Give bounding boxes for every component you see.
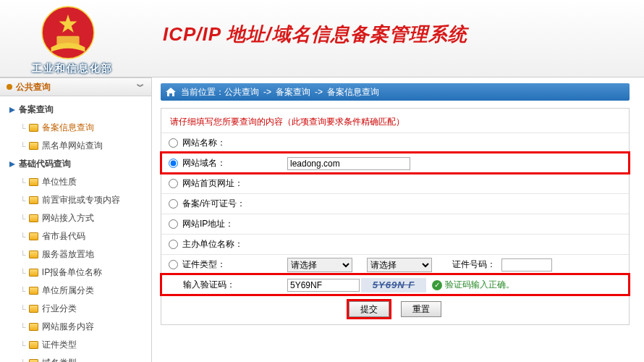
radio-cert-type[interactable]: 证件类型： bbox=[164, 258, 287, 271]
sidebar-item-server-location[interactable]: └服务器放置地 bbox=[0, 245, 151, 264]
sidebar-item-region-code[interactable]: └省市县代码 bbox=[0, 227, 151, 245]
query-panel: 请仔细填写您所要查询的内容（此项查询要求条件精确匹配） 网站名称： 网站域名： … bbox=[161, 108, 630, 325]
svg-point-3 bbox=[7, 84, 12, 90]
folder-icon bbox=[29, 142, 38, 150]
folder-icon bbox=[29, 232, 38, 240]
folder-icon bbox=[29, 251, 38, 258]
arrow-icon bbox=[9, 106, 16, 114]
cert-no-input[interactable] bbox=[501, 258, 552, 272]
cert-type-select-2[interactable]: 请选择 bbox=[367, 258, 432, 272]
bc-part-1[interactable]: 备案查询 bbox=[276, 86, 310, 98]
system-title: ICP/IP 地址/域名信息备案管理系统 bbox=[163, 22, 467, 47]
radio-site-home[interactable]: 网站首页网址： bbox=[164, 177, 287, 190]
captcha-ok-text: 验证码输入正确。 bbox=[445, 279, 514, 291]
radio-site-ip[interactable]: 网站IP地址： bbox=[164, 218, 287, 230]
sidebar-item-unit-nature[interactable]: └单位性质 bbox=[0, 173, 151, 191]
check-icon: ✓ bbox=[432, 280, 442, 290]
bullet-icon bbox=[6, 83, 13, 90]
radio-site-name[interactable]: 网站名称： bbox=[164, 137, 287, 149]
folder-icon bbox=[29, 323, 38, 331]
sidebar-item-blacklist[interactable]: └黑名单网站查询 bbox=[0, 137, 151, 155]
bc-part-0[interactable]: 公共查询 bbox=[224, 86, 259, 98]
captcha-image[interactable]: 5Y69N F bbox=[361, 278, 426, 292]
folder-icon bbox=[29, 341, 38, 349]
reset-button[interactable]: 重置 bbox=[401, 301, 441, 317]
home-icon bbox=[165, 87, 177, 97]
radio-site-domain[interactable]: 网站域名： bbox=[164, 157, 287, 169]
radio-record-no[interactable]: 备案/许可证号： bbox=[164, 198, 287, 210]
chevron-down-icon: ︾ bbox=[137, 82, 144, 92]
bc-part-2[interactable]: 备案信息查询 bbox=[327, 86, 379, 98]
sidebar-item-ip-report-unit[interactable]: └IP报备单位名称 bbox=[0, 264, 151, 282]
sidebar-item-cert-type[interactable]: └证件类型 bbox=[0, 336, 151, 354]
sidebar-group-records[interactable]: 备案查询 bbox=[0, 101, 151, 119]
breadcrumb: 当前位置： 公共查询 -> 备案查询 -> 备案信息查询 bbox=[161, 83, 630, 101]
sidebar-item-preapproval[interactable]: └前置审批或专项内容 bbox=[0, 191, 151, 209]
captcha-input[interactable] bbox=[287, 279, 360, 292]
cert-no-label: 证件号码： bbox=[452, 258, 496, 271]
panel-hint: 请仔细填写您所要查询的内容（此项查询要求条件精确匹配） bbox=[161, 109, 629, 132]
folder-icon bbox=[29, 269, 38, 277]
radio-host-name[interactable]: 主办单位名称： bbox=[164, 238, 287, 251]
folder-icon bbox=[29, 287, 38, 295]
sidebar-header[interactable]: 公共查询 ︾ bbox=[0, 77, 151, 96]
folder-icon bbox=[29, 214, 38, 222]
sidebar-item-unit-category[interactable]: └单位所属分类 bbox=[0, 282, 151, 300]
captcha-label: 输入验证码： bbox=[164, 279, 287, 291]
folder-icon bbox=[29, 124, 38, 132]
sidebar-item-access-method[interactable]: └网站接入方式 bbox=[0, 209, 151, 227]
cert-type-select-1[interactable]: 请选择 bbox=[287, 258, 352, 272]
sidebar-group-basecode[interactable]: 基础代码查询 bbox=[0, 155, 151, 173]
domain-input[interactable] bbox=[287, 157, 410, 170]
arrow-icon bbox=[9, 161, 16, 168]
submit-button[interactable]: 提交 bbox=[349, 301, 389, 317]
sidebar-item-domain-type[interactable]: └域名类型 bbox=[0, 354, 151, 362]
sidebar: 公共查询 ︾ 备案查询 └备案信息查询 └黑名单网站查询 基础代码查询 └单位性… bbox=[0, 77, 152, 362]
sidebar-item-record-info[interactable]: └备案信息查询 bbox=[0, 119, 151, 137]
sidebar-item-industry[interactable]: └行业分类 bbox=[0, 300, 151, 318]
sidebar-item-service-content[interactable]: └网站服务内容 bbox=[0, 318, 151, 336]
folder-icon bbox=[29, 305, 38, 313]
folder-icon bbox=[29, 196, 38, 204]
national-emblem bbox=[40, 4, 96, 61]
folder-icon bbox=[29, 178, 38, 186]
folder-icon bbox=[29, 359, 38, 362]
dept-name: 工业和信息化部 bbox=[32, 62, 113, 75]
